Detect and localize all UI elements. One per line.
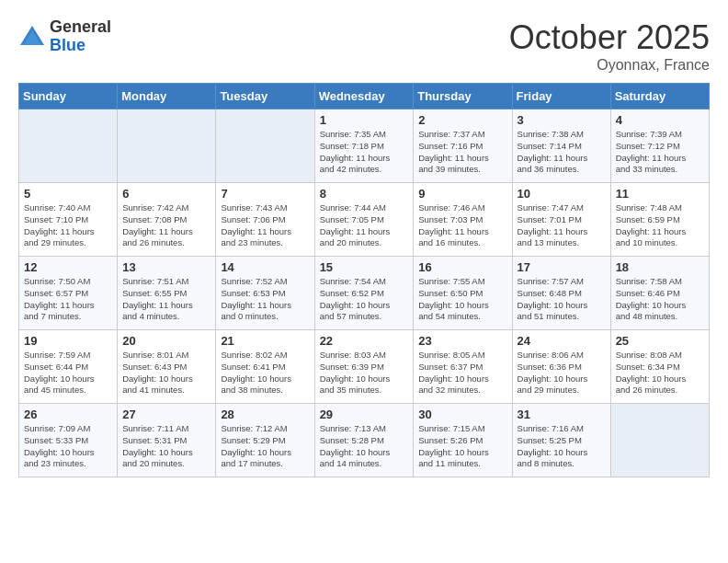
day-number: 23: [418, 334, 506, 348]
day-info: Sunrise: 7:51 AM Sunset: 6:55 PM Dayligh…: [122, 276, 210, 323]
calendar-cell: 24Sunrise: 8:06 AM Sunset: 6:36 PM Dayli…: [512, 330, 610, 404]
day-info: Sunrise: 7:44 AM Sunset: 7:05 PM Dayligh…: [320, 202, 409, 249]
day-info: Sunrise: 7:52 AM Sunset: 6:53 PM Dayligh…: [221, 276, 309, 323]
logo-text: General Blue: [50, 18, 111, 55]
calendar-cell: 9Sunrise: 7:46 AM Sunset: 7:03 PM Daylig…: [414, 183, 512, 257]
calendar-cell: 13Sunrise: 7:51 AM Sunset: 6:55 PM Dayli…: [118, 257, 216, 330]
calendar-cell: 16Sunrise: 7:55 AM Sunset: 6:50 PM Dayli…: [414, 257, 512, 330]
calendar-cell: 11Sunrise: 7:48 AM Sunset: 6:59 PM Dayli…: [610, 183, 709, 257]
day-info: Sunrise: 8:01 AM Sunset: 6:43 PM Dayligh…: [122, 350, 210, 396]
day-number: 29: [320, 408, 409, 421]
calendar-cell: [19, 109, 118, 183]
day-number: 26: [24, 408, 112, 421]
weekday-header-tuesday: Tuesday: [216, 84, 314, 109]
logo-general-text: General: [50, 18, 111, 37]
day-number: 30: [418, 408, 506, 421]
calendar-cell: [118, 109, 216, 183]
calendar-week-row: 26Sunrise: 7:09 AM Sunset: 5:33 PM Dayli…: [19, 404, 710, 477]
day-number: 11: [616, 187, 704, 201]
calendar-week-row: 12Sunrise: 7:50 AM Sunset: 6:57 PM Dayli…: [19, 257, 710, 330]
day-info: Sunrise: 8:08 AM Sunset: 6:34 PM Dayligh…: [616, 350, 704, 396]
day-info: Sunrise: 7:47 AM Sunset: 7:01 PM Dayligh…: [518, 202, 606, 249]
day-number: 2: [418, 113, 506, 127]
calendar-cell: 12Sunrise: 7:50 AM Sunset: 6:57 PM Dayli…: [19, 257, 118, 330]
logo-blue-text: Blue: [50, 37, 111, 55]
month-title: October 2025: [509, 18, 710, 57]
day-number: 21: [221, 334, 309, 348]
calendar-cell: 5Sunrise: 7:40 AM Sunset: 7:10 PM Daylig…: [19, 183, 118, 257]
day-number: 13: [122, 260, 210, 274]
day-number: 3: [518, 113, 606, 127]
calendar-cell: 2Sunrise: 7:37 AM Sunset: 7:16 PM Daylig…: [414, 109, 512, 183]
calendar-cell: 23Sunrise: 8:05 AM Sunset: 6:37 PM Dayli…: [414, 330, 512, 404]
calendar-cell: 10Sunrise: 7:47 AM Sunset: 7:01 PM Dayli…: [512, 183, 610, 257]
day-info: Sunrise: 7:43 AM Sunset: 7:06 PM Dayligh…: [221, 202, 309, 249]
day-info: Sunrise: 7:15 AM Sunset: 5:26 PM Dayligh…: [418, 423, 506, 470]
calendar-cell: 18Sunrise: 7:58 AM Sunset: 6:46 PM Dayli…: [610, 257, 709, 330]
day-number: 12: [24, 260, 112, 274]
calendar-cell: 4Sunrise: 7:39 AM Sunset: 7:12 PM Daylig…: [610, 109, 709, 183]
day-info: Sunrise: 7:16 AM Sunset: 5:25 PM Dayligh…: [518, 423, 606, 470]
calendar-cell: 15Sunrise: 7:54 AM Sunset: 6:52 PM Dayli…: [314, 257, 414, 330]
calendar-cell: 6Sunrise: 7:42 AM Sunset: 7:08 PM Daylig…: [118, 183, 216, 257]
calendar-cell: 27Sunrise: 7:11 AM Sunset: 5:31 PM Dayli…: [118, 404, 216, 477]
weekday-header-friday: Friday: [512, 84, 610, 109]
day-info: Sunrise: 8:05 AM Sunset: 6:37 PM Dayligh…: [418, 350, 506, 396]
calendar-cell: 1Sunrise: 7:35 AM Sunset: 7:18 PM Daylig…: [314, 109, 414, 183]
weekday-header-thursday: Thursday: [414, 84, 512, 109]
day-info: Sunrise: 7:12 AM Sunset: 5:29 PM Dayligh…: [221, 423, 309, 470]
calendar-cell: [610, 404, 709, 477]
day-info: Sunrise: 7:48 AM Sunset: 6:59 PM Dayligh…: [616, 202, 704, 249]
day-number: 4: [616, 113, 704, 127]
calendar-cell: 14Sunrise: 7:52 AM Sunset: 6:53 PM Dayli…: [216, 257, 314, 330]
calendar-cell: 7Sunrise: 7:43 AM Sunset: 7:06 PM Daylig…: [216, 183, 314, 257]
day-info: Sunrise: 7:50 AM Sunset: 6:57 PM Dayligh…: [24, 276, 112, 323]
day-number: 17: [518, 260, 606, 274]
day-info: Sunrise: 7:54 AM Sunset: 6:52 PM Dayligh…: [320, 276, 409, 323]
day-number: 16: [418, 260, 506, 274]
day-number: 10: [518, 187, 606, 201]
calendar-week-row: 5Sunrise: 7:40 AM Sunset: 7:10 PM Daylig…: [19, 183, 710, 257]
day-info: Sunrise: 7:42 AM Sunset: 7:08 PM Dayligh…: [122, 202, 210, 249]
day-info: Sunrise: 8:03 AM Sunset: 6:39 PM Dayligh…: [320, 350, 409, 396]
weekday-header-wednesday: Wednesday: [314, 84, 414, 109]
day-info: Sunrise: 8:02 AM Sunset: 6:41 PM Dayligh…: [221, 350, 309, 396]
calendar-cell: 31Sunrise: 7:16 AM Sunset: 5:25 PM Dayli…: [512, 404, 610, 477]
calendar-week-row: 1Sunrise: 7:35 AM Sunset: 7:18 PM Daylig…: [19, 109, 710, 183]
day-number: 5: [24, 187, 112, 201]
calendar-cell: 29Sunrise: 7:13 AM Sunset: 5:28 PM Dayli…: [314, 404, 414, 477]
location: Oyonnax, France: [509, 57, 710, 74]
day-number: 20: [122, 334, 210, 348]
weekday-header-monday: Monday: [118, 84, 216, 109]
calendar-cell: 26Sunrise: 7:09 AM Sunset: 5:33 PM Dayli…: [19, 404, 118, 477]
day-info: Sunrise: 7:39 AM Sunset: 7:12 PM Dayligh…: [616, 129, 704, 176]
day-info: Sunrise: 7:55 AM Sunset: 6:50 PM Dayligh…: [418, 276, 506, 323]
calendar-cell: 20Sunrise: 8:01 AM Sunset: 6:43 PM Dayli…: [118, 330, 216, 404]
calendar-cell: 22Sunrise: 8:03 AM Sunset: 6:39 PM Dayli…: [314, 330, 414, 404]
day-number: 14: [221, 260, 309, 274]
day-number: 6: [122, 187, 210, 201]
day-info: Sunrise: 7:46 AM Sunset: 7:03 PM Dayligh…: [418, 202, 506, 249]
day-info: Sunrise: 8:06 AM Sunset: 6:36 PM Dayligh…: [518, 350, 606, 396]
logo: General Blue: [18, 18, 111, 55]
calendar-cell: 17Sunrise: 7:57 AM Sunset: 6:48 PM Dayli…: [512, 257, 610, 330]
day-number: 18: [616, 260, 704, 274]
day-number: 25: [616, 334, 704, 348]
calendar-cell: 3Sunrise: 7:38 AM Sunset: 7:14 PM Daylig…: [512, 109, 610, 183]
day-number: 9: [418, 187, 506, 201]
calendar: SundayMondayTuesdayWednesdayThursdayFrid…: [18, 83, 710, 477]
logo-icon: [18, 23, 46, 51]
day-number: 24: [518, 334, 606, 348]
title-area: October 2025 Oyonnax, France: [509, 18, 710, 74]
day-number: 28: [221, 408, 309, 421]
day-number: 22: [320, 334, 409, 348]
day-info: Sunrise: 7:38 AM Sunset: 7:14 PM Dayligh…: [518, 129, 606, 176]
calendar-cell: 21Sunrise: 8:02 AM Sunset: 6:41 PM Dayli…: [216, 330, 314, 404]
header: General Blue October 2025 Oyonnax, Franc…: [18, 18, 710, 74]
calendar-cell: 28Sunrise: 7:12 AM Sunset: 5:29 PM Dayli…: [216, 404, 314, 477]
day-info: Sunrise: 7:37 AM Sunset: 7:16 PM Dayligh…: [418, 129, 506, 176]
day-info: Sunrise: 7:35 AM Sunset: 7:18 PM Dayligh…: [320, 129, 409, 176]
day-number: 7: [221, 187, 309, 201]
weekday-header-sunday: Sunday: [19, 84, 118, 109]
day-number: 8: [320, 187, 409, 201]
